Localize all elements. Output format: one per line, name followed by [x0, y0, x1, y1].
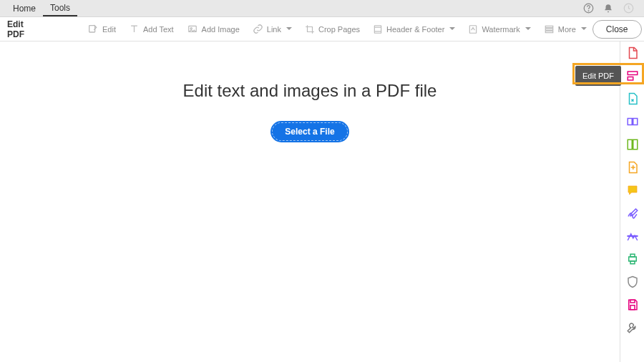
redact-icon[interactable] — [625, 229, 640, 243]
svg-rect-17 — [628, 140, 632, 150]
svg-rect-6 — [374, 25, 381, 33]
protect-icon[interactable] — [625, 275, 640, 289]
crop-label: Crop Pages — [318, 25, 360, 34]
organize-icon[interactable] — [625, 137, 640, 152]
add-image-button[interactable]: Add Image — [181, 21, 245, 37]
watermark-label: Watermark — [482, 25, 519, 34]
add-text-label: Add Text — [143, 25, 174, 34]
comment-icon[interactable] — [625, 183, 640, 197]
link-label: Link — [267, 25, 281, 34]
menu-tools[interactable]: Tools — [43, 1, 77, 16]
svg-rect-10 — [545, 26, 553, 27]
more-label: More — [558, 25, 576, 34]
compress-icon[interactable] — [625, 160, 640, 175]
svg-rect-14 — [628, 77, 633, 81]
link-button[interactable]: Link — [247, 21, 298, 37]
svg-rect-3 — [89, 25, 95, 31]
svg-point-1 — [588, 11, 589, 11]
select-file-button[interactable]: Select a File — [270, 121, 348, 142]
export-pdf-icon[interactable] — [625, 92, 640, 106]
tools-icon[interactable] — [625, 321, 640, 335]
svg-rect-21 — [630, 254, 635, 257]
edit-pdf-tooltip: Edit PDF — [575, 66, 621, 86]
chevron-down-icon — [449, 27, 455, 31]
svg-rect-15 — [628, 119, 632, 125]
edit-button[interactable]: Edit — [82, 21, 122, 38]
svg-rect-22 — [630, 261, 635, 264]
svg-rect-11 — [545, 28, 553, 29]
svg-rect-13 — [628, 72, 638, 75]
account-icon[interactable] — [623, 3, 634, 14]
watermark-button[interactable]: Watermark — [462, 21, 536, 38]
menu-home[interactable]: Home — [6, 1, 43, 16]
chevron-down-icon — [286, 27, 292, 31]
chevron-down-icon — [525, 27, 531, 31]
svg-rect-20 — [628, 257, 636, 261]
header-footer-button[interactable]: Header & Footer — [367, 21, 461, 38]
crop-pages-button[interactable]: Crop Pages — [299, 21, 366, 38]
menu-bar: Home Tools — [0, 0, 644, 17]
main-content: Edit text and images in a PDF file Selec… — [0, 41, 620, 362]
svg-rect-18 — [633, 140, 637, 150]
svg-rect-24 — [630, 305, 635, 310]
more-button[interactable]: More — [538, 21, 592, 37]
help-icon[interactable] — [582, 3, 594, 14]
header-footer-label: Header & Footer — [386, 25, 444, 34]
add-text-button[interactable]: Add Text — [123, 21, 180, 37]
tools-rail: Edit PDF — [620, 41, 644, 362]
svg-point-5 — [190, 27, 192, 29]
edit-label: Edit — [102, 25, 116, 34]
sign-icon[interactable] — [625, 206, 640, 220]
print-icon[interactable] — [625, 252, 640, 266]
edit-pdf-icon[interactable] — [625, 69, 640, 83]
create-pdf-icon[interactable] — [625, 46, 640, 60]
svg-rect-23 — [630, 300, 635, 303]
combine-icon[interactable] — [625, 114, 640, 129]
close-button[interactable]: Close — [592, 20, 642, 39]
headline: Edit text and images in a PDF file — [0, 81, 620, 101]
add-image-label: Add Image — [202, 25, 240, 34]
svg-rect-9 — [470, 25, 477, 33]
save-icon[interactable] — [625, 298, 640, 312]
svg-rect-16 — [633, 119, 637, 125]
toolbar-title: Edit PDF — [0, 19, 31, 39]
chevron-down-icon — [581, 27, 587, 31]
edit-pdf-toolbar: Edit PDF Edit Add Text Add Image Link Cr… — [0, 17, 644, 41]
notification-bell-icon[interactable] — [602, 3, 614, 14]
svg-rect-12 — [545, 31, 553, 32]
